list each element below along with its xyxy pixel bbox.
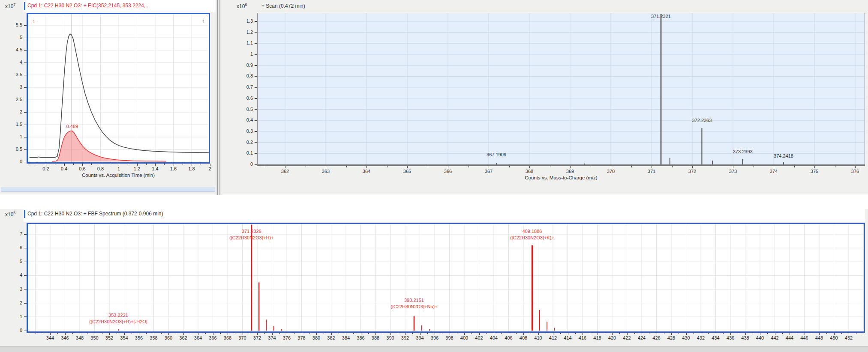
y-axis-tick: [24, 331, 27, 331]
x-axis-tick: [790, 333, 790, 335]
y-tick-label: 7: [2, 231, 22, 236]
x-axis-minor-tick: [383, 333, 383, 334]
x-axis-minor-tick: [782, 333, 783, 334]
x-axis-tick: [210, 164, 210, 166]
x-axis-tick: [529, 166, 530, 168]
x-tick-label: 374: [764, 169, 783, 174]
x-tick-label: 1: [109, 166, 128, 171]
x-axis-tick: [450, 333, 450, 335]
x-axis-tick: [154, 333, 154, 335]
x-tick-label: 364: [357, 169, 376, 174]
apex-rt-label: 0.489: [66, 124, 78, 129]
y-tick-label: 0.5: [232, 107, 253, 112]
x-axis-tick: [420, 333, 420, 335]
y-axis-tick: [255, 76, 257, 77]
x-axis-minor-tick: [346, 166, 347, 167]
x-axis-minor-tick: [309, 333, 309, 334]
x-axis-tick: [598, 333, 598, 335]
y-axis-tick: [255, 153, 257, 154]
x-axis-minor-tick: [550, 166, 550, 167]
eic-selected-bar: [24, 2, 25, 10]
y-tick-label: 3.5: [2, 72, 22, 77]
scan-plot-area[interactable]: 367.1906371.2321372.2363373.2393374.2418: [257, 13, 865, 166]
y-tick-label: 0.2: [232, 140, 253, 145]
y-axis-tick: [24, 137, 27, 137]
eic-range-scrollbar[interactable]: [1, 188, 215, 192]
scan-title: + Scan (0.472 min): [261, 3, 305, 9]
y-tick-label: 0.4: [232, 117, 253, 122]
eic-chromatogram-panel[interactable]: x107 Cpd 1: C22 H30 N2 O3: + EIC(352.214…: [0, 0, 216, 195]
x-axis-tick: [612, 333, 613, 335]
x-axis-tick: [775, 333, 775, 335]
x-axis-minor-tick: [28, 333, 28, 334]
x-axis-minor-tick: [412, 333, 413, 334]
x-axis-minor-tick: [427, 333, 428, 334]
x-axis-tick: [733, 166, 733, 168]
fbf-spectrum-panel[interactable]: x105 Cpd 1: C22 H30 N2 O3: + FBF Spectru…: [0, 195, 868, 352]
x-axis-tick: [228, 333, 228, 335]
peak-annotation-mass: 371.2326: [242, 229, 261, 234]
x-axis-tick: [553, 333, 553, 335]
x-axis-minor-tick: [387, 166, 387, 167]
x-axis-minor-tick: [694, 333, 694, 334]
eic-plot-area[interactable]: 0.48911: [27, 13, 210, 164]
x-axis-minor-tick: [835, 166, 835, 167]
y-tick-label: 5: [2, 35, 22, 40]
x-axis-minor-tick: [516, 333, 517, 334]
x-axis-tick: [50, 333, 51, 335]
x-tick-label: 362: [276, 169, 294, 174]
x-tick-label: 452: [839, 335, 858, 340]
x-axis-minor-tick: [487, 333, 487, 334]
y-axis-tick: [24, 162, 27, 162]
vertical-splitter[interactable]: [216, 0, 221, 195]
x-tick-label: 366: [439, 169, 457, 174]
y-axis-tick: [255, 43, 257, 44]
x-axis-minor-tick: [91, 164, 92, 165]
x-tick-label: 370: [601, 169, 620, 174]
x-axis-minor-tick: [398, 333, 398, 334]
x-axis-minor-tick: [28, 164, 28, 165]
x-axis-minor-tick: [509, 166, 510, 167]
splitter-line: [217, 0, 218, 195]
x-axis-minor-tick: [220, 333, 221, 334]
y-tick-label: 1.2: [232, 30, 253, 35]
x-axis-minor-tick: [353, 333, 354, 334]
x-axis-minor-tick: [146, 164, 147, 165]
x-tick-label: 0.8: [91, 166, 110, 171]
peak-label: 371.2321: [651, 14, 671, 19]
y-axis-tick: [24, 50, 27, 51]
x-axis-minor-tick: [856, 333, 856, 334]
x-tick-label: 1.8: [182, 166, 201, 171]
x-axis-minor-tick: [110, 164, 110, 165]
fbf-plot-area[interactable]: 353.2221([C22H30N2O3]+H)+[-H2O]371.2326(…: [27, 223, 865, 333]
x-tick-label: 376: [846, 169, 865, 174]
y-axis-tick: [24, 100, 27, 100]
x-axis-minor-tick: [738, 333, 738, 334]
peak-annotation-formula: ([C22H30N2O3]+H)+[-H2O]: [89, 319, 147, 324]
y-axis-tick: [24, 112, 27, 113]
x-axis-minor-tick: [634, 333, 635, 334]
y-axis-tick: [24, 248, 27, 248]
x-axis-minor-tick: [37, 164, 37, 165]
x-axis-tick: [716, 333, 716, 335]
x-axis-minor-tick: [161, 333, 162, 334]
x-axis-minor-tick: [472, 333, 472, 334]
splitter-line: [219, 0, 219, 195]
x-axis-minor-tick: [590, 333, 590, 334]
x-axis-minor-tick: [794, 166, 795, 167]
y-axis-tick: [24, 275, 27, 276]
x-axis-minor-tick: [73, 164, 74, 165]
x-axis-minor-tick: [102, 333, 102, 334]
y-axis-tick: [24, 234, 27, 235]
x-axis-minor-tick: [708, 333, 709, 334]
peak-annotation-mass: 409.1886: [523, 229, 542, 234]
x-axis-minor-tick: [605, 333, 605, 334]
x-axis-tick: [701, 333, 701, 335]
x-axis-tick: [243, 333, 243, 335]
x-axis-minor-tick: [672, 166, 673, 167]
x-tick-label: 0.4: [55, 166, 74, 171]
scan-spectrum-panel[interactable]: x106 + Scan (0.472 min) 367.1906371.2321…: [221, 0, 868, 195]
x-axis-tick: [657, 333, 657, 335]
y-tick-label: 6: [2, 245, 22, 250]
x-axis-tick: [479, 333, 480, 335]
